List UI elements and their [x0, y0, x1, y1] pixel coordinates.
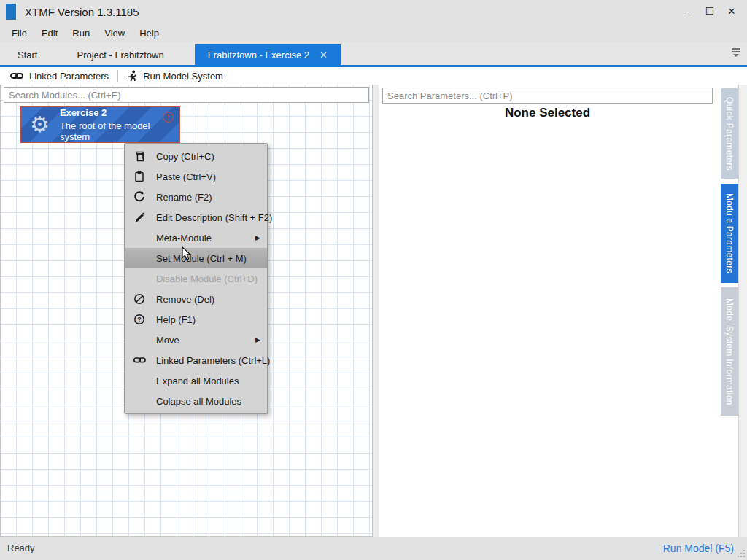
linked-parameters-label: Linked Parameters [29, 71, 109, 82]
side-tab-strip: Quick Parameters Module Parameters Model… [721, 85, 738, 537]
search-parameters-input[interactable] [382, 88, 713, 104]
menu-item-rename[interactable]: Rename (F2) [125, 187, 267, 207]
status-text: Ready [7, 542, 35, 553]
menu-item-move[interactable]: Move ▶ [125, 330, 267, 350]
tab-label: Frabitztown - Exercise 2 [208, 50, 309, 61]
tab-quick-parameters[interactable]: Quick Parameters [721, 88, 738, 179]
menu-item-colapse-all[interactable]: Colapse all Modules [125, 391, 267, 411]
tab-model-system-information[interactable]: Model System Information [721, 287, 738, 416]
menu-view[interactable]: View [97, 25, 132, 42]
panel-splitter[interactable] [373, 85, 379, 537]
menu-file[interactable]: File [4, 25, 34, 42]
menu-item-linked-parameters[interactable]: Linked Parameters (Ctrl+L) [125, 350, 267, 370]
context-menu: Copy (Ctrl+C) Paste (Ctrl+V) [124, 143, 268, 414]
menu-item-expand-all[interactable]: Expand all Modules [125, 370, 267, 391]
svg-text:?: ? [137, 316, 142, 323]
window-controls: – ☐ ✕ [677, 0, 743, 22]
module-description: The root of the model system [60, 120, 179, 142]
menu-edit[interactable]: Edit [34, 25, 65, 42]
model-system-canvas[interactable]: ⚙ Exercise 2 The root of the model syste… [0, 85, 373, 537]
module-exercise-2[interactable]: ⚙ Exercise 2 The root of the model syste… [20, 106, 180, 143]
remove-icon [132, 292, 147, 306]
menu-item-meta-module[interactable]: Meta-Module ▶ [125, 228, 267, 248]
menu-item-set-module[interactable]: Set Module (Ctrl + M) [125, 248, 267, 268]
link-icon [132, 354, 147, 367]
menu-item-paste[interactable]: Paste (Ctrl+V) [125, 166, 267, 187]
scrollbar-track[interactable] [738, 85, 747, 537]
tab-frabitztown-exercise-2[interactable]: Frabitztown - Exercise 2 ✕ [195, 44, 341, 65]
module-alert-icon: ! [163, 112, 174, 122]
tab-start[interactable]: Start [1, 44, 53, 65]
mouse-cursor [182, 246, 192, 261]
close-button[interactable]: ✕ [721, 1, 743, 21]
menu-item-remove[interactable]: Remove (Del) [125, 289, 267, 309]
run-model-system-label: Run Model System [143, 71, 223, 82]
tab-list-icon[interactable] [731, 48, 741, 57]
copy-icon [132, 149, 147, 163]
maximize-button[interactable]: ☐ [699, 1, 721, 21]
toolbar-separator [117, 70, 118, 82]
rename-icon [132, 190, 147, 203]
module-text: Exercise 2 The root of the model system [60, 107, 179, 142]
main-area: ⚙ Exercise 2 The root of the model syste… [0, 85, 747, 537]
module-title: Exercise 2 [60, 107, 179, 118]
menu-item-help[interactable]: ? Help (F1) [125, 309, 267, 330]
tab-project-frabitztown[interactable]: Project - Frabitztown [63, 44, 177, 65]
gear-icon: ⚙ [30, 114, 50, 136]
search-modules-input[interactable] [4, 87, 369, 103]
menu-run[interactable]: Run [65, 25, 97, 42]
tab-module-parameters[interactable]: Module Parameters [721, 184, 738, 283]
none-selected-text: None Selected [382, 106, 713, 120]
linked-parameters-button[interactable]: Linked Parameters [6, 67, 113, 85]
minimize-button[interactable]: – [677, 1, 699, 21]
parameters-panel: None Selected [379, 85, 721, 537]
link-icon [10, 71, 23, 81]
menu-item-copy[interactable]: Copy (Ctrl+C) [125, 146, 267, 166]
menu-item-disable-module: Disable Module (Ctrl+D) [125, 268, 267, 289]
submenu-arrow-icon: ▶ [255, 234, 260, 241]
paste-icon [132, 170, 147, 183]
menu-bar: File Edit Run View Help [0, 23, 747, 42]
app-icon [6, 4, 16, 20]
menu-item-edit-description[interactable]: Edit Description (Shift + F2) [125, 207, 267, 228]
title-bar: XTMF Version 1.3.1185 – ☐ ✕ [0, 0, 747, 23]
menu-help[interactable]: Help [132, 25, 166, 42]
toolbar: Linked Parameters Run Model System [0, 67, 747, 85]
run-model-link[interactable]: Run Model (F5) [663, 542, 734, 554]
runner-icon [127, 70, 137, 82]
window-title: XTMF Version 1.3.1185 [25, 6, 139, 18]
run-model-system-button[interactable]: Run Model System [123, 67, 228, 85]
resize-grip[interactable] [737, 549, 746, 558]
status-bar: Ready Run Model (F5) [0, 537, 747, 559]
tab-strip: Start Project - Frabitztown Frabitztown … [0, 42, 747, 67]
submenu-arrow-icon: ▶ [255, 336, 260, 343]
help-icon: ? [132, 313, 147, 326]
pencil-icon [132, 211, 147, 224]
tab-close-icon[interactable]: ✕ [320, 50, 328, 61]
